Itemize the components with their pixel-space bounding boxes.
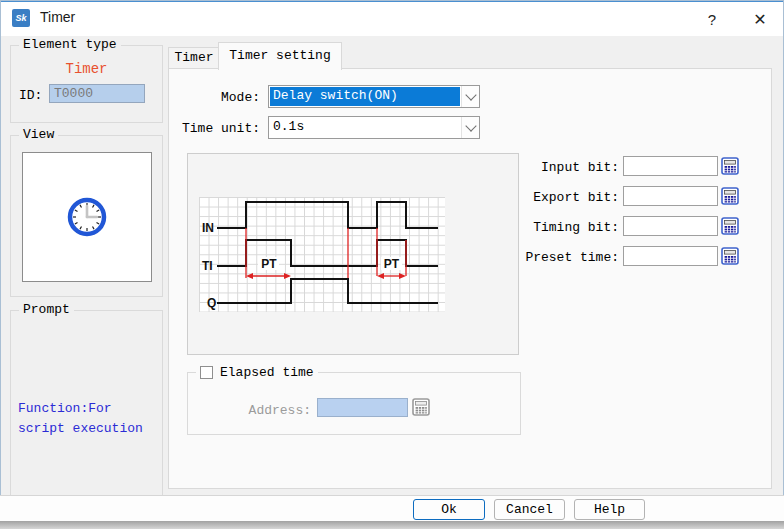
- input-bit-label: Input bit:: [520, 160, 619, 175]
- pt-label: PT: [384, 257, 400, 271]
- timing-bit-label: Timing bit:: [520, 220, 619, 235]
- help-button[interactable]: Help: [574, 499, 645, 520]
- input-bit-field[interactable]: [623, 156, 718, 176]
- timing-bit-calculator-button[interactable]: [721, 217, 739, 235]
- element-preview: [22, 152, 152, 282]
- prompt-text: Function:For script execution: [18, 399, 150, 439]
- prompt-group: Prompt Function:For script execution: [10, 310, 163, 516]
- app-icon-text: Sk: [15, 13, 26, 23]
- element-type-value: Timer: [11, 61, 162, 77]
- mode-label: Mode:: [182, 90, 260, 105]
- id-label: ID:: [19, 88, 42, 103]
- timer-clock-icon: [65, 196, 109, 238]
- view-group: View: [10, 135, 163, 297]
- element-type-group: Element type Timer ID:: [10, 45, 163, 123]
- address-label: Address:: [233, 403, 311, 418]
- timing-diagram-image: IN TI Q PT PT: [199, 197, 445, 312]
- address-calculator-button: [412, 398, 430, 416]
- ok-button[interactable]: Ok: [413, 499, 485, 520]
- signal-label-ti: TI: [202, 259, 213, 273]
- tab-timer-setting[interactable]: Timer setting: [218, 42, 342, 70]
- window-bottom-edge: [0, 521, 784, 529]
- id-input[interactable]: [49, 84, 145, 103]
- calculator-icon-disabled: [412, 398, 430, 416]
- app-icon: Sk: [12, 9, 30, 27]
- timing-bit-field[interactable]: [623, 216, 718, 236]
- cancel-button[interactable]: Cancel: [494, 499, 565, 520]
- close-button[interactable]: ✕: [736, 2, 784, 36]
- elapsed-time-label: Elapsed time: [220, 365, 314, 380]
- calculator-icon: [721, 187, 739, 205]
- signal-label-q: Q: [207, 296, 216, 310]
- preset-time-label: Preset time:: [520, 250, 619, 265]
- signal-label-in: IN: [202, 221, 214, 235]
- time-unit-dropdown[interactable]: 0.1s: [268, 116, 480, 139]
- waveform-ti: [217, 240, 438, 266]
- titlebar: Sk Timer ? ✕: [1, 2, 783, 36]
- address-field: [317, 398, 408, 417]
- time-unit-label: Time unit:: [182, 121, 260, 136]
- elapsed-time-group: Elapsed time Address:: [187, 372, 521, 435]
- elapsed-time-checkbox[interactable]: [200, 366, 213, 379]
- element-type-legend: Element type: [19, 37, 121, 52]
- calculator-icon: [721, 247, 739, 265]
- mode-dropdown[interactable]: Delay switch(ON): [268, 85, 480, 108]
- export-bit-calculator-button[interactable]: [721, 187, 739, 205]
- input-bit-calculator-button[interactable]: [721, 157, 739, 175]
- window-title: Timer: [40, 9, 75, 25]
- chevron-down-icon: [465, 89, 476, 100]
- prompt-legend: Prompt: [19, 302, 74, 317]
- export-bit-field[interactable]: [623, 186, 718, 206]
- preset-time-field[interactable]: [623, 246, 718, 266]
- mode-selected-value: Delay switch(ON): [270, 87, 460, 106]
- preset-time-calculator-button[interactable]: [721, 247, 739, 265]
- timing-diagram: IN TI Q PT PT: [199, 197, 445, 312]
- time-unit-selected-value: 0.1s: [270, 118, 460, 137]
- button-bar: Ok Cancel Help: [0, 495, 784, 522]
- timing-diagram-panel: IN TI Q PT PT: [187, 153, 519, 355]
- chevron-down-icon: [465, 120, 476, 131]
- elapsed-time-legend: Elapsed time: [196, 365, 318, 380]
- help-title-button[interactable]: ?: [688, 2, 736, 36]
- time-unit-dropdown-button[interactable]: [461, 117, 479, 138]
- view-legend: View: [19, 127, 58, 142]
- pt-label: PT: [261, 257, 277, 271]
- tab-timer[interactable]: Timer: [168, 47, 220, 68]
- waveform-q: [217, 279, 438, 303]
- calculator-icon: [721, 157, 739, 175]
- calculator-icon: [721, 217, 739, 235]
- waveform-in: [217, 202, 438, 228]
- timer-dialog: Sk Timer ? ✕ Element type Timer ID: View: [0, 0, 784, 529]
- export-bit-label: Export bit:: [520, 190, 619, 205]
- mode-dropdown-button[interactable]: [461, 86, 479, 107]
